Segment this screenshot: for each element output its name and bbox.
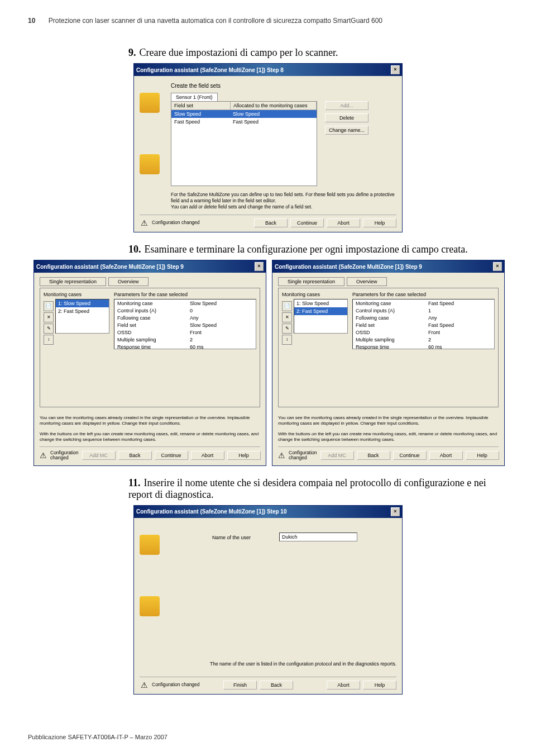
config-changed-label: Configuration changed xyxy=(50,450,79,461)
back-button[interactable]: Back xyxy=(118,451,152,460)
mc-label: Monitoring cases xyxy=(44,292,109,297)
continue-button[interactable]: Continue xyxy=(393,451,427,460)
list-item[interactable]: 2: Fast Speed xyxy=(56,307,109,315)
continue-button[interactable]: Continue xyxy=(155,451,188,460)
list-item[interactable]: 1: Slow Speed xyxy=(294,299,347,307)
help-button[interactable]: Help xyxy=(227,451,261,460)
config-changed-label: Configuration changed xyxy=(152,220,251,225)
new-icon[interactable]: 📄 xyxy=(282,301,292,311)
finish-button[interactable]: Finish xyxy=(223,681,257,690)
tab-overview[interactable]: Overview xyxy=(347,277,387,286)
param-label: Parameters for the case selected xyxy=(352,292,495,297)
username-label: Name of the user xyxy=(212,535,251,540)
new-icon[interactable]: 📄 xyxy=(44,301,54,311)
list-item[interactable]: 1: Slow Speed xyxy=(56,299,109,307)
titlebar: Configuration assistant (SafeZone MultiZ… xyxy=(272,260,504,273)
titlebar: Configuration assistant (SafeZone MultiZ… xyxy=(134,506,402,518)
edit-icon[interactable]: ✎ xyxy=(282,324,292,334)
param-table: Monitoring caseSlow Speed Control inputs… xyxy=(114,299,256,349)
config-changed-label: Configuration changed xyxy=(289,450,317,461)
edit-icon[interactable]: ✎ xyxy=(44,324,54,334)
step-9-text: 9.Creare due impostazioni di campo per l… xyxy=(128,47,508,59)
tab-overview[interactable]: Overview xyxy=(108,277,149,286)
dialog-step9-slow: Configuration assistant (SafeZone MultiZ… xyxy=(34,260,266,466)
mc-label: Monitoring cases xyxy=(282,292,348,297)
delete-icon[interactable]: ✕ xyxy=(44,312,54,322)
add-mc-button[interactable]: Add MC xyxy=(82,451,116,460)
monitoring-list: 1: Slow Speed 2: Fast Speed xyxy=(294,299,348,334)
scanner-icon xyxy=(140,93,160,113)
info-note: You can see the monitoring cases already… xyxy=(40,415,260,442)
help-button[interactable]: Help xyxy=(363,681,396,690)
fieldset-table: Field set Allocated to the monitoring ca… xyxy=(171,101,317,186)
config-changed-label: Configuration changed xyxy=(152,682,220,687)
dialog-step9-fast: Configuration assistant (SafeZone MultiZ… xyxy=(272,260,505,466)
titlebar: Configuration assistant (SafeZone MultiZ… xyxy=(34,260,266,273)
param-label: Parameters for the case selected xyxy=(114,292,256,297)
close-icon[interactable]: × xyxy=(255,262,264,271)
abort-button[interactable]: Abort xyxy=(429,451,463,460)
abort-button[interactable]: Abort xyxy=(327,218,360,227)
scanner-icon xyxy=(140,535,160,555)
back-button[interactable]: Back xyxy=(254,218,288,227)
back-button[interactable]: Back xyxy=(357,451,390,460)
list-item[interactable]: 2: Fast Speed xyxy=(294,307,347,315)
step-10-text: 10.Esaminare e terminare la configurazio… xyxy=(128,244,508,255)
scanner-icon xyxy=(140,154,160,174)
table-row[interactable]: Fast Speed Fast Speed xyxy=(171,118,317,126)
dialog-step8: Configuration assistant (SafeZone MultiZ… xyxy=(133,63,403,232)
delete-icon[interactable]: ✕ xyxy=(282,312,292,322)
back-button[interactable]: Back xyxy=(260,681,293,690)
username-input[interactable]: Dukich xyxy=(279,532,357,541)
table-row[interactable]: Slow Speed Slow Speed xyxy=(171,110,317,118)
continue-button[interactable]: Continue xyxy=(290,218,324,227)
add-button[interactable]: Add... xyxy=(325,101,368,110)
header-title: Protezione con laser scanner di una nave… xyxy=(49,17,382,25)
warning-icon: ⚠ xyxy=(40,451,47,460)
dialog-heading: Create the field sets xyxy=(171,83,396,89)
step-11-text: 11.Inserire il nome utente che si deside… xyxy=(128,477,508,501)
info-note: The name of the user is listed in the co… xyxy=(210,661,396,667)
info-note: For the SafeZone MultiZone you can defin… xyxy=(171,192,396,210)
add-mc-button[interactable]: Add MC xyxy=(320,451,354,460)
scanner-icon xyxy=(140,596,160,616)
tab-single[interactable]: Single representation xyxy=(40,277,106,286)
close-icon[interactable]: × xyxy=(391,65,400,74)
rename-button[interactable]: Change name... xyxy=(325,126,368,135)
param-table: Monitoring caseFast Speed Control inputs… xyxy=(352,299,495,349)
sensor-tab[interactable]: Sensor 1 (Front) xyxy=(171,93,218,102)
info-note: You can see the monitoring cases already… xyxy=(278,415,499,442)
abort-button[interactable]: Abort xyxy=(327,681,360,690)
page-number: 10 xyxy=(28,17,35,25)
reorder-icon[interactable]: ↕ xyxy=(44,335,54,345)
col-fieldset: Field set xyxy=(171,102,231,110)
help-button[interactable]: Help xyxy=(363,218,396,227)
warning-icon: ⚠ xyxy=(278,451,285,460)
dialog-step10: Configuration assistant (SafeZone MultiZ… xyxy=(133,505,403,695)
warning-icon: ⚠ xyxy=(140,681,149,690)
delete-button[interactable]: Delete xyxy=(325,113,368,122)
abort-button[interactable]: Abort xyxy=(191,451,224,460)
warning-icon: ⚠ xyxy=(140,218,149,227)
page-footer: Pubblicazione SAFETY-AT006A-IT-P – Marzo… xyxy=(28,728,508,740)
page-header: 10 Protezione con laser scanner di una n… xyxy=(28,17,508,25)
help-button[interactable]: Help xyxy=(466,451,499,460)
close-icon[interactable]: × xyxy=(391,507,400,516)
monitoring-list: 1: Slow Speed 2: Fast Speed xyxy=(55,299,109,334)
tab-single[interactable]: Single representation xyxy=(278,277,344,286)
titlebar: Configuration assistant (SafeZone MultiZ… xyxy=(134,64,402,76)
reorder-icon[interactable]: ↕ xyxy=(282,335,292,345)
col-allocated: Allocated to the monitoring cases xyxy=(231,102,317,110)
close-icon[interactable]: × xyxy=(493,262,502,271)
